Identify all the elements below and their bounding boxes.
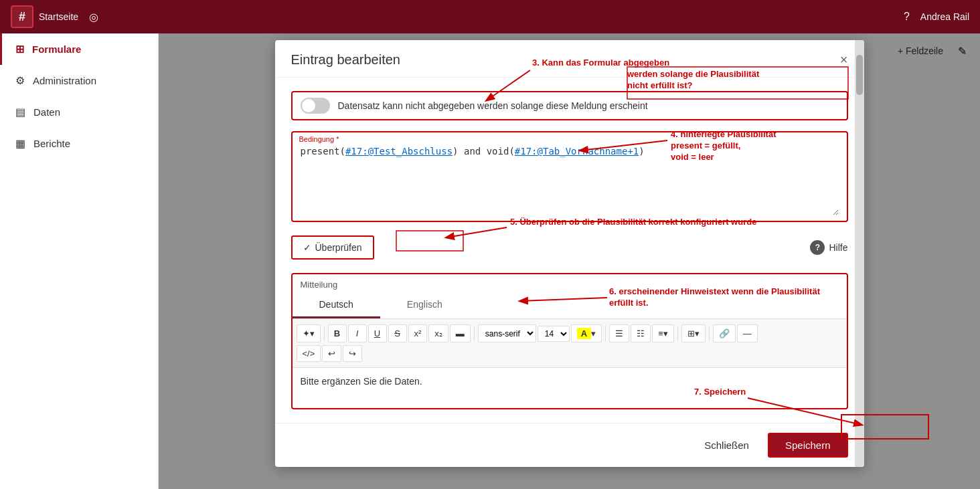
- brand[interactable]: # Startseite: [11, 5, 78, 28]
- rte-bold-button[interactable]: B: [328, 324, 347, 343]
- rte-toolbar: ✦▾ B I U S x² x₂ ▬ sans-serif: [293, 319, 847, 368]
- nav-left: # Startseite ◎: [11, 5, 98, 28]
- sidebar-item-berichte[interactable]: ▦ Berichte: [0, 128, 158, 159]
- modal-overlay: Eintrag bearbeiten × Datensatz kann nich…: [159, 33, 980, 489]
- mitteilung-header: Mitteilung: [293, 274, 847, 290]
- modal-body[interactable]: Datensatz kann nicht abgegeben werden so…: [275, 78, 864, 423]
- toggle-label: Datensatz kann nicht abgegeben werden so…: [338, 100, 648, 111]
- formulare-icon: ⊞: [15, 43, 24, 56]
- tab-englisch[interactable]: Englisch: [380, 292, 469, 318]
- rte-font-select[interactable]: sans-serif: [478, 324, 536, 343]
- administration-icon: ⚙: [15, 74, 25, 87]
- check-label: Überprüfen: [315, 242, 362, 253]
- rte-underline-button[interactable]: U: [368, 324, 387, 343]
- rte-sep-4: [677, 326, 678, 341]
- rte-ordered-list-button[interactable]: ☷: [631, 324, 651, 343]
- rte-magic-button[interactable]: ✦▾: [297, 324, 321, 343]
- rte-sep-5: [709, 326, 710, 341]
- mitteilung-tabs: Deutsch Englisch: [293, 292, 847, 319]
- scrollbar-thumb: [856, 55, 863, 95]
- mitteilung-section: Mitteilung Deutsch Englisch ✦▾ B I: [291, 273, 848, 409]
- mitteilung-label: Mitteilung: [301, 280, 338, 290]
- rte-strike-button[interactable]: S: [388, 324, 407, 343]
- check-row: ✓ Überprüfen ? Hilfe: [291, 233, 848, 262]
- tab-deutsch[interactable]: Deutsch: [293, 292, 380, 318]
- rte-subscript-button[interactable]: x₂: [428, 324, 448, 343]
- rte-sep-1: [324, 326, 325, 341]
- daten-icon: ▤: [15, 106, 25, 118]
- help-circle-icon: ?: [810, 240, 825, 255]
- rte-align-button[interactable]: ≡▾: [652, 324, 674, 343]
- modal-header: Eintrag bearbeiten ×: [275, 40, 864, 78]
- content-area: + Feldzeile ✎ Eintrag bearbeiten × Daten…: [159, 33, 980, 489]
- condition-value: present(#17:@Test_Abschluss) and void(#1…: [301, 146, 839, 157]
- rte-table-button[interactable]: ⊞▾: [681, 324, 706, 343]
- berichte-icon: ▦: [15, 137, 25, 150]
- sidebar-item-administration[interactable]: ⚙ Administration: [0, 65, 158, 96]
- scrollbar[interactable]: [855, 40, 864, 467]
- user-name[interactable]: Andrea Rail: [920, 11, 969, 22]
- rte-sep-3: [605, 326, 606, 341]
- condition-textarea[interactable]: [301, 162, 839, 215]
- sidebar-label-berichte: Berichte: [33, 138, 70, 149]
- home-label[interactable]: Startseite: [39, 11, 78, 22]
- settings-nav-icon[interactable]: ◎: [89, 11, 98, 23]
- modal-dialog: Eintrag bearbeiten × Datensatz kann nich…: [275, 40, 864, 467]
- condition-field[interactable]: Bedingung * present(#17:@Test_Abschluss)…: [291, 131, 848, 222]
- rte-unordered-list-button[interactable]: ☰: [609, 324, 629, 343]
- rte-link-button[interactable]: 🔗: [713, 324, 736, 343]
- rte-code-button[interactable]: </>: [297, 345, 321, 362]
- sidebar-label-administration: Administration: [33, 75, 96, 86]
- sidebar-label-formulare: Formulare: [32, 43, 81, 55]
- modal-close-button[interactable]: ×: [840, 52, 848, 68]
- help-label: Hilfe: [829, 242, 847, 253]
- rte-color-button[interactable]: A▾: [571, 324, 602, 343]
- help-nav-icon[interactable]: ?: [904, 11, 910, 23]
- sidebar-item-formulare[interactable]: ⊞ Formulare: [0, 33, 158, 65]
- rte-sep-2: [474, 326, 475, 341]
- main-layout: ⊞ Formulare ⚙ Administration ▤ Daten ▦ B…: [0, 33, 980, 489]
- rte-redo-button[interactable]: ↪: [343, 345, 362, 362]
- save-button[interactable]: Speichern: [768, 433, 848, 458]
- condition-field-label: Bedingung *: [299, 135, 339, 143]
- top-navigation: # Startseite ◎ ? Andrea Rail: [0, 0, 980, 33]
- rte-undo-button[interactable]: ↩: [322, 345, 341, 362]
- check-button[interactable]: ✓ Überprüfen: [291, 235, 374, 260]
- close-modal-button[interactable]: Schließen: [693, 434, 760, 456]
- brand-icon: #: [11, 5, 33, 28]
- sidebar-label-daten: Daten: [33, 106, 60, 118]
- modal-footer: Schließen Speichern: [275, 423, 864, 467]
- rte-italic-button[interactable]: I: [348, 324, 367, 343]
- rte-content[interactable]: Bitte ergänzen Sie die Daten.: [293, 368, 847, 408]
- help-link[interactable]: ? Hilfe: [810, 240, 847, 255]
- toggle-switch[interactable]: [301, 98, 330, 114]
- toggle-row: Datensatz kann nicht abgegeben werden so…: [291, 91, 848, 120]
- sidebar: ⊞ Formulare ⚙ Administration ▤ Daten ▦ B…: [0, 33, 159, 489]
- rte-hr-button[interactable]: —: [737, 324, 758, 343]
- rte-size-select[interactable]: 14: [538, 326, 570, 342]
- check-icon: ✓: [303, 242, 311, 253]
- rte-text: Bitte ergänzen Sie die Daten.: [301, 376, 422, 387]
- rte-block-button[interactable]: ▬: [450, 324, 471, 343]
- rte-superscript-button[interactable]: x²: [408, 324, 428, 343]
- required-star: *: [336, 135, 339, 143]
- modal-title: Eintrag bearbeiten: [291, 52, 400, 68]
- nav-right: ? Andrea Rail: [904, 11, 969, 23]
- sidebar-item-daten[interactable]: ▤ Daten: [0, 96, 158, 128]
